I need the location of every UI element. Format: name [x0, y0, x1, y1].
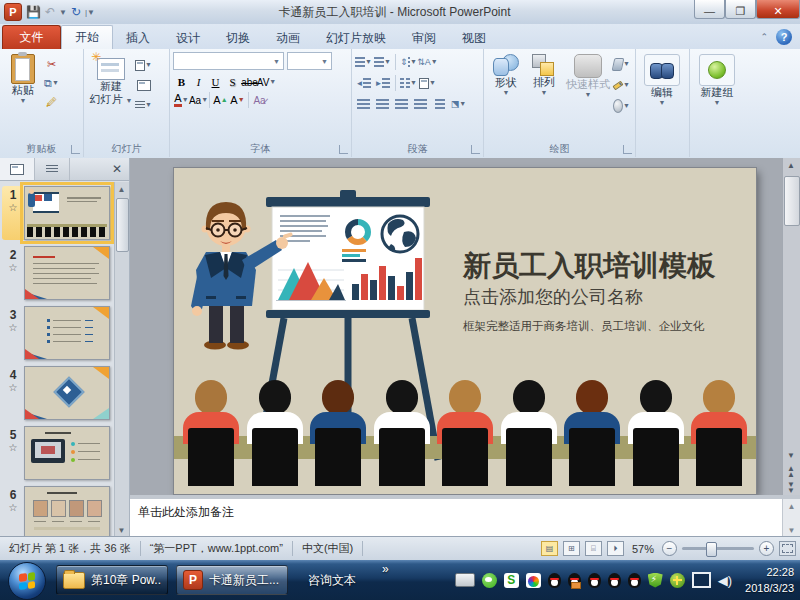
slide-thumbnail-2[interactable]: 2☆ — [2, 246, 113, 300]
next-slide-icon[interactable]: ▼▼ — [783, 480, 799, 495]
copy-icon[interactable]: ⧉▼ — [43, 75, 60, 91]
font-color-button[interactable]: A▼ — [173, 92, 190, 108]
shrink-font-button[interactable]: A▼ — [229, 92, 246, 108]
format-painter-icon[interactable]: 🖉 — [43, 94, 60, 110]
slide-title[interactable]: 新员工入职培训模板 — [463, 250, 748, 282]
tab-animations[interactable]: 动画 — [263, 27, 313, 49]
qq-icon[interactable] — [608, 573, 621, 588]
outline-tab[interactable] — [35, 158, 70, 180]
tab-design[interactable]: 设计 — [163, 27, 213, 49]
grow-font-button[interactable]: A▲ — [212, 92, 229, 108]
reading-view-button[interactable]: ⌸ — [585, 541, 602, 556]
shape-outline-icon[interactable]: ▼ — [613, 77, 630, 93]
slide-thumbnail-1[interactable]: 1☆ — [2, 186, 113, 240]
shape-fill-icon[interactable]: ▼ — [613, 56, 630, 72]
slide-sorter-button[interactable]: ⊞ — [563, 541, 580, 556]
language-indicator[interactable]: 中文(中国) — [293, 541, 363, 556]
scroll-down-icon[interactable]: ▼ — [115, 523, 128, 537]
undo-icon[interactable]: ↶ — [45, 4, 55, 20]
play-animations-icon[interactable]: ☆ — [2, 202, 24, 213]
decrease-indent-icon[interactable]: ◄ — [355, 75, 372, 91]
slide-caption[interactable]: 框架完整适用于商务培训、员工培训、企业文化 — [463, 319, 748, 334]
scroll-down-icon[interactable]: ▼ — [783, 448, 799, 463]
align-right-icon[interactable] — [393, 96, 410, 112]
taskbar-toolbar-label[interactable]: 咨询文本 — [308, 560, 356, 600]
qq-briefcase-icon[interactable] — [568, 573, 581, 588]
font-size-combo[interactable]: ▼ — [287, 52, 332, 70]
previous-slide-icon[interactable]: ▲▲ — [783, 464, 799, 479]
font-name-combo[interactable]: ▼ — [173, 52, 284, 70]
tab-slideshow[interactable]: 幻灯片放映 — [313, 27, 399, 49]
play-animations-icon[interactable]: ☆ — [2, 502, 24, 513]
distribute-icon[interactable] — [431, 96, 448, 112]
arrange-button[interactable]: 排列▼ — [525, 52, 563, 114]
input-method-keyboard-icon[interactable] — [455, 573, 475, 587]
cut-icon[interactable]: ✂ — [43, 56, 60, 72]
tab-view[interactable]: 视图 — [449, 27, 499, 49]
taskbar-clock[interactable]: 22:28 2018/3/23 — [745, 564, 794, 596]
slideshow-button[interactable]: ⏵ — [607, 541, 624, 556]
new-group-button[interactable]: 新建组▼ — [693, 52, 741, 107]
slide-subtitle[interactable]: 点击添加您的公司名称 — [463, 285, 748, 309]
close-panel-icon[interactable]: ✕ — [105, 158, 129, 180]
zoom-level[interactable]: 57% — [629, 543, 657, 555]
toolbar-overflow-icon[interactable]: » — [382, 562, 389, 576]
network-icon[interactable] — [692, 572, 711, 588]
play-animations-icon[interactable]: ☆ — [2, 262, 24, 273]
slide-thumbnail-6[interactable]: 6☆ — [2, 486, 113, 537]
drawing-dialog-launcher[interactable] — [623, 145, 632, 154]
layout-icon[interactable]: ▼ — [135, 57, 152, 73]
justify-icon[interactable] — [412, 96, 429, 112]
notes-pane[interactable]: 单击此处添加备注 ▲ ▼ — [130, 495, 800, 537]
text-direction-icon[interactable]: ⇅A▼ — [419, 54, 436, 70]
wechat-icon[interactable] — [482, 573, 497, 588]
numbering-icon[interactable]: ▼ — [374, 54, 391, 70]
strikethrough-button[interactable]: abe — [241, 74, 258, 90]
redo-icon[interactable]: ↻ — [71, 4, 81, 20]
italic-button[interactable]: I — [190, 74, 207, 90]
character-spacing-button[interactable]: AV▼ — [258, 74, 275, 90]
shapes-button[interactable]: 形状▼ — [487, 52, 525, 114]
zoom-slider-thumb[interactable] — [706, 542, 717, 557]
qq-icon[interactable] — [628, 573, 641, 588]
tab-insert[interactable]: 插入 — [113, 27, 163, 49]
increase-indent-icon[interactable]: ► — [374, 75, 391, 91]
slide-canvas[interactable]: 新员工入职培训模板 点击添加您的公司名称 框架完整适用于商务培训、员工培训、企业… — [174, 168, 756, 494]
close-button[interactable]: ✕ — [756, 0, 800, 19]
scroll-down-icon[interactable]: ▼ — [783, 523, 800, 537]
slide-title-block[interactable]: 新员工入职培训模板 点击添加您的公司名称 框架完整适用于商务培训、员工培训、企业… — [463, 250, 748, 334]
change-case-button[interactable]: Aa▼ — [190, 92, 207, 108]
panel-scroll-thumb[interactable] — [116, 198, 129, 252]
editing-button[interactable]: 编辑▼ — [639, 52, 685, 107]
underline-button[interactable]: U — [207, 74, 224, 90]
clear-formatting-icon[interactable]: Aa̷ — [251, 92, 268, 108]
start-button[interactable] — [8, 562, 46, 600]
bullets-icon[interactable]: ▼ — [355, 54, 372, 70]
zoom-in-icon[interactable]: + — [759, 541, 774, 556]
scroll-up-icon[interactable]: ▲ — [783, 158, 799, 173]
tab-transitions[interactable]: 切换 — [213, 27, 263, 49]
antivirus-icon[interactable] — [670, 573, 685, 588]
help-icon[interactable]: ? — [776, 29, 792, 45]
undo-dropdown-icon[interactable]: ▼ — [59, 8, 67, 17]
slide-thumbnail-4[interactable]: 4☆ — [2, 366, 113, 420]
play-animations-icon[interactable]: ☆ — [2, 442, 24, 453]
line-spacing-icon[interactable]: ⇕▼ — [400, 54, 417, 70]
slide-thumbnail-5[interactable]: 5☆ — [2, 426, 113, 480]
font-dialog-launcher[interactable] — [339, 145, 348, 154]
taskbar-item-powerpoint[interactable]: P 卡通新员工... — [176, 565, 288, 595]
taskbar-item-folder[interactable]: 第10章 Pow... — [56, 565, 168, 595]
paragraph-dialog-launcher[interactable] — [471, 145, 480, 154]
speaker-icon[interactable]: ◀) — [718, 573, 732, 588]
audience-row[interactable] — [182, 380, 748, 480]
new-slide-button[interactable]: 新建 幻灯片 ▼ — [87, 52, 135, 113]
security-shield-icon[interactable] — [648, 573, 663, 588]
minimize-ribbon-icon[interactable]: ⌃ — [760, 32, 768, 42]
scroll-up-icon[interactable]: ▲ — [115, 182, 128, 196]
quick-styles-button[interactable]: 快速样式▼ — [563, 52, 613, 114]
editor-scrollbar[interactable]: ▲ ▼ ▲▲ ▼▼ — [782, 158, 800, 495]
align-left-icon[interactable] — [355, 96, 372, 112]
text-shadow-button[interactable]: S — [224, 74, 241, 90]
normal-view-button[interactable]: ▤ — [541, 541, 558, 556]
smartart-convert-icon[interactable]: ⬔▼ — [450, 96, 467, 112]
